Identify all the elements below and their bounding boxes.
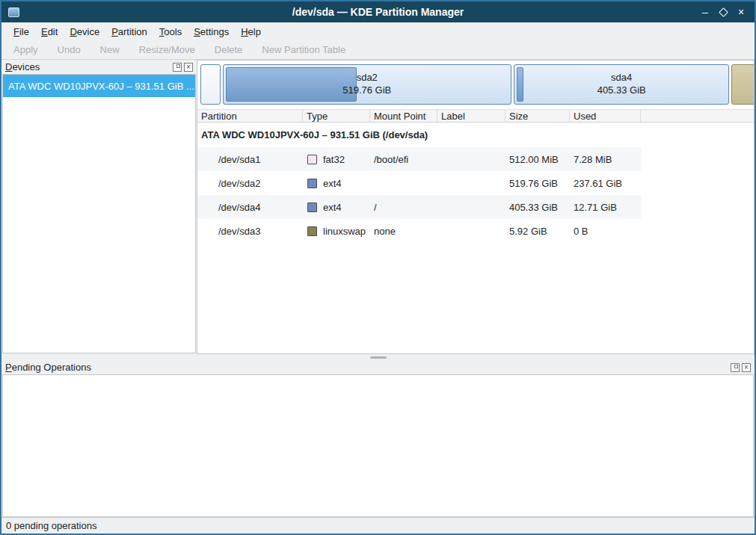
maximize-icon [719, 7, 728, 17]
float-icon [176, 64, 180, 68]
menu-item-file[interactable]: File [7, 24, 35, 40]
splitter[interactable] [1, 354, 755, 360]
partition-segment-sda2[interactable]: sda2 519.76 GiB [223, 64, 511, 105]
minimize-button[interactable]: – [698, 4, 713, 19]
column-header-used[interactable]: Used [570, 110, 641, 122]
close-button[interactable]: × [734, 4, 749, 19]
toolbar-button-undo[interactable]: Undo [58, 44, 81, 55]
toolbar-button-new[interactable]: New [100, 44, 120, 55]
segment-size: 405.33 GiB [597, 84, 646, 97]
filesystem-type: linuxswap [323, 226, 366, 237]
table-row[interactable]: /dev/sda3 linuxswap none 5.92 GiB 0 B [197, 219, 641, 243]
filesystem-type: ext4 [323, 178, 342, 189]
partition-bar: sda2 519.76 GiB sda4 405.33 GiB [200, 64, 754, 105]
devices-close-button[interactable]: × [184, 63, 193, 72]
column-header-partition[interactable]: Partition [197, 110, 303, 122]
window-title: /dev/sda — KDE Partition Manager [1, 6, 755, 18]
used-space-indicator [226, 67, 357, 102]
menubar: File Edit Device Partition Tools Setting… [1, 22, 755, 40]
table-row[interactable]: /dev/sda1 fat32 /boot/efi 512.00 MiB 7.2… [197, 147, 641, 171]
devices-panel-title: Devices [5, 61, 170, 72]
pending-operations-list [2, 374, 754, 517]
toolbar-button-apply[interactable]: Apply [13, 44, 38, 55]
filesystem-type: fat32 [323, 154, 345, 165]
pending-operations-header: Pending Operations × [1, 360, 755, 374]
partition-segment-sda3[interactable] [731, 64, 754, 105]
column-header-size[interactable]: Size [505, 110, 570, 122]
toolbar-button-resize-move[interactable]: Resize/Move [139, 44, 195, 55]
partition-segment-sda1[interactable] [200, 64, 221, 105]
devices-panel-header: Devices × [1, 60, 197, 74]
cell-mount-point: /boot/efi [370, 154, 437, 165]
menu-item-partition[interactable]: Partition [105, 24, 153, 40]
device-group-row[interactable]: ATA WDC WD10JPVX-60J – 931.51 GiB (/dev/… [197, 123, 754, 147]
cell-size: 512.00 MiB [505, 154, 570, 165]
filesystem-color-icon [307, 202, 317, 212]
main-area: Devices × ATA WDC WD10JPVX-60J – 931.51 … [1, 60, 755, 354]
cell-partition: /dev/sda4 [197, 202, 303, 213]
window: /dev/sda — KDE Partition Manager – × Fil… [0, 0, 756, 535]
app-icon [8, 7, 19, 17]
window-controls: – × [698, 4, 755, 19]
filesystem-type: ext4 [323, 202, 342, 213]
table-row[interactable]: /dev/sda4 ext4 / 405.33 GiB 12.71 GiB [197, 195, 641, 219]
toolbar: Apply Undo New Resize/Move Delete New Pa… [1, 40, 755, 60]
table-header: Partition Type Mount Point Label Size Us… [197, 109, 754, 123]
column-header-label[interactable]: Label [437, 110, 505, 122]
column-header-mount-point[interactable]: Mount Point [370, 110, 437, 122]
filesystem-color-icon [307, 226, 317, 236]
filesystem-color-icon [307, 155, 317, 164]
cell-used: 0 B [570, 226, 641, 237]
statusbar: 0 pending operations [1, 517, 755, 534]
partition-view-panel: sda2 519.76 GiB sda4 405.33 GiB Partitio… [197, 60, 755, 354]
cell-partition: /dev/sda1 [197, 154, 303, 165]
device-list-item[interactable]: ATA WDC WD10JPVX-60J – 931.51 GiB ... [3, 75, 195, 97]
cell-size: 405.33 GiB [505, 202, 570, 213]
cell-type: ext4 [303, 202, 370, 213]
partition-segment-label: sda4 405.33 GiB [514, 65, 729, 104]
titlebar: /dev/sda — KDE Partition Manager – × [1, 1, 755, 22]
maximize-button[interactable] [716, 4, 731, 19]
menu-item-settings[interactable]: Settings [188, 24, 235, 40]
filesystem-color-icon [307, 179, 317, 188]
cell-type: fat32 [303, 154, 370, 165]
pending-operations-title: Pending Operations [5, 362, 728, 373]
devices-panel: Devices × ATA WDC WD10JPVX-60J – 931.51 … [1, 60, 197, 354]
float-icon [734, 365, 738, 368]
menu-item-help[interactable]: Help [235, 24, 267, 40]
cell-partition: /dev/sda2 [197, 178, 303, 189]
toolbar-button-new-partition-table[interactable]: New Partition Table [262, 44, 345, 55]
segment-name: sda4 [611, 72, 632, 84]
segment-name: sda2 [357, 72, 378, 84]
partition-table: Partition Type Mount Point Label Size Us… [197, 109, 754, 353]
menu-item-edit[interactable]: Edit [35, 24, 64, 40]
cell-used: 237.61 GiB [570, 178, 641, 189]
table-row[interactable]: /dev/sda2 ext4 519.76 GiB 237.61 GiB [197, 171, 641, 195]
cell-mount-point: none [370, 226, 437, 237]
menu-item-device[interactable]: Device [64, 24, 105, 40]
cell-used: 12.71 GiB [570, 202, 641, 213]
column-header-filler [641, 110, 754, 122]
cell-used: 7.28 MiB [570, 154, 641, 165]
devices-list: ATA WDC WD10JPVX-60J – 931.51 GiB ... [2, 74, 196, 353]
used-space-indicator [517, 67, 523, 102]
pending-close-button[interactable]: × [742, 363, 751, 372]
status-text: 0 pending operations [6, 520, 96, 531]
cell-partition: /dev/sda3 [197, 226, 303, 237]
pending-float-button[interactable] [731, 363, 740, 372]
column-header-type[interactable]: Type [303, 110, 370, 122]
cell-mount-point: / [370, 202, 437, 213]
toolbar-button-delete[interactable]: Delete [215, 44, 243, 55]
cell-size: 519.76 GiB [505, 178, 570, 189]
devices-float-button[interactable] [173, 63, 182, 72]
cell-size: 5.92 GiB [505, 226, 570, 237]
partition-segment-sda4[interactable]: sda4 405.33 GiB [514, 64, 730, 105]
cell-type: ext4 [303, 178, 370, 189]
menu-item-tools[interactable]: Tools [153, 24, 188, 40]
cell-type: linuxswap [303, 226, 370, 237]
splitter-handle-icon [370, 356, 387, 359]
